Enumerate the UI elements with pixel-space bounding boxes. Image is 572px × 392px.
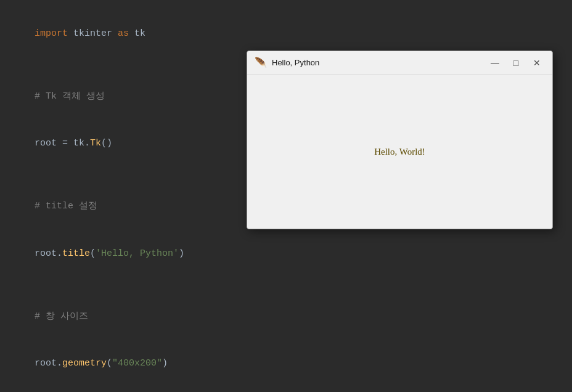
tk-titlebar: 🪶 Hello, Python — □ ✕ — [247, 51, 552, 75]
tk-window-content: Hello, World! — [247, 75, 552, 229]
tk-minimize-button[interactable]: — — [487, 56, 503, 70]
code-line-11 — [12, 387, 560, 392]
tk-window-controls: — □ ✕ — [487, 56, 545, 70]
tk-title-text: Hello, Python — [272, 58, 487, 67]
code-line-7: root.title('Hello, Python') — [12, 230, 560, 277]
code-line-10: root.geometry("400x200") — [12, 340, 560, 388]
code-line-8 — [12, 277, 560, 293]
code-line-9: # 창 사이즈 — [12, 293, 560, 340]
tk-window-icon: 🪶 — [255, 57, 267, 69]
tk-maximize-button[interactable]: □ — [508, 56, 524, 70]
tk-close-button[interactable]: ✕ — [529, 56, 545, 70]
tk-hello-label: Hello, World! — [374, 147, 425, 157]
tkinter-window: 🪶 Hello, Python — □ ✕ Hello, World! — [247, 51, 553, 229]
